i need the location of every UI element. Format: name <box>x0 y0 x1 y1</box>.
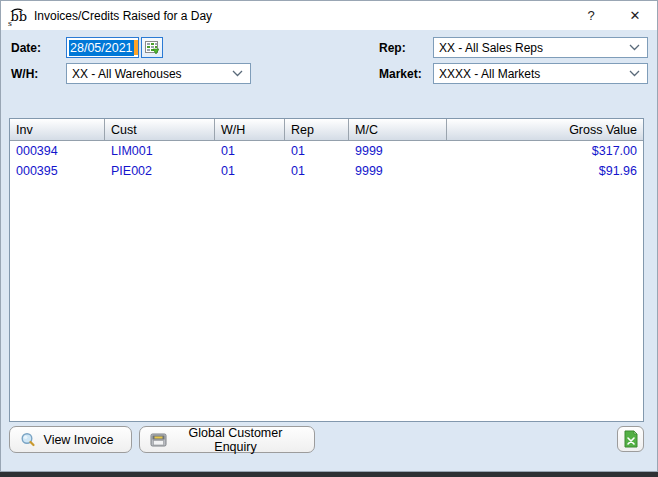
date-picker-button[interactable] <box>141 37 163 58</box>
cell-inv: 000395 <box>10 161 105 181</box>
cell-gross-value: $317.00 <box>447 141 643 161</box>
rep-dropdown[interactable]: XX - All Sales Reps <box>433 37 648 58</box>
cell-rep: 01 <box>285 161 349 181</box>
svg-text:s: s <box>8 18 12 26</box>
cell-cust: LIM001 <box>105 141 215 161</box>
date-input[interactable]: 28/05/2021 <box>66 37 139 58</box>
view-invoice-button[interactable]: View Invoice <box>9 426 132 453</box>
rep-dropdown-value: XX - All Sales Reps <box>439 41 543 55</box>
cell-cust: PIE002 <box>105 161 215 181</box>
table-row[interactable]: 000395 PIE002 01 01 9999 $91.96 <box>10 161 643 181</box>
svg-text:bb: bb <box>11 9 28 24</box>
market-dropdown[interactable]: XXXX - All Markets <box>433 63 648 84</box>
column-header-wh[interactable]: W/H <box>215 119 285 140</box>
chevron-down-icon <box>629 70 640 77</box>
close-button[interactable]: ✕ <box>613 1 657 30</box>
column-header-inv[interactable]: Inv <box>10 119 105 140</box>
column-header-cust[interactable]: Cust <box>105 119 215 140</box>
date-label: Date: <box>11 41 41 55</box>
table-header: Inv Cust W/H Rep M/C Gross Value <box>10 119 643 141</box>
help-button[interactable]: ? <box>569 1 613 30</box>
invoice-list: Inv Cust W/H Rep M/C Gross Value 000394 … <box>9 118 644 422</box>
cell-mc: 9999 <box>349 161 447 181</box>
chevron-down-icon <box>629 44 640 51</box>
export-to-excel-button[interactable] <box>617 426 644 452</box>
global-customer-enquiry-label: Global Customer Enquiry <box>167 426 314 454</box>
rep-label: Rep: <box>379 41 406 55</box>
warehouse-label: W/H: <box>11 67 38 81</box>
text-caret <box>134 40 138 55</box>
market-label: Market: <box>379 67 422 81</box>
column-header-gross-value[interactable]: Gross Value <box>447 119 643 140</box>
cell-wh: 01 <box>215 141 285 161</box>
warehouse-dropdown-value: XX - All Warehouses <box>72 67 182 81</box>
column-header-mc[interactable]: M/C <box>349 119 447 140</box>
cell-mc: 9999 <box>349 141 447 161</box>
cell-rep: 01 <box>285 141 349 161</box>
card-file-icon <box>150 432 167 448</box>
view-invoice-label: View Invoice <box>36 433 131 447</box>
window-title: Invoices/Credits Raised for a Day <box>34 9 212 23</box>
excel-export-icon <box>623 430 639 448</box>
background-edge <box>0 472 658 477</box>
bb-logo-icon: bb s <box>7 6 27 26</box>
cell-inv: 000394 <box>10 141 105 161</box>
dialog-window: bb s Invoices/Credits Raised for a Day ?… <box>0 0 658 472</box>
cell-wh: 01 <box>215 161 285 181</box>
market-dropdown-value: XXXX - All Markets <box>439 67 540 81</box>
table-row[interactable]: 000394 LIM001 01 01 9999 $317.00 <box>10 141 643 161</box>
magnifier-icon <box>20 432 36 448</box>
title-bar: bb s Invoices/Credits Raised for a Day ?… <box>1 1 657 30</box>
date-value: 28/05/2021 <box>69 40 134 56</box>
warehouse-dropdown[interactable]: XX - All Warehouses <box>66 63 251 84</box>
calendar-icon <box>145 41 159 54</box>
column-header-rep[interactable]: Rep <box>285 119 349 140</box>
cell-gross-value: $91.96 <box>447 161 643 181</box>
chevron-down-icon <box>232 70 243 77</box>
global-customer-enquiry-button[interactable]: Global Customer Enquiry <box>139 426 315 453</box>
